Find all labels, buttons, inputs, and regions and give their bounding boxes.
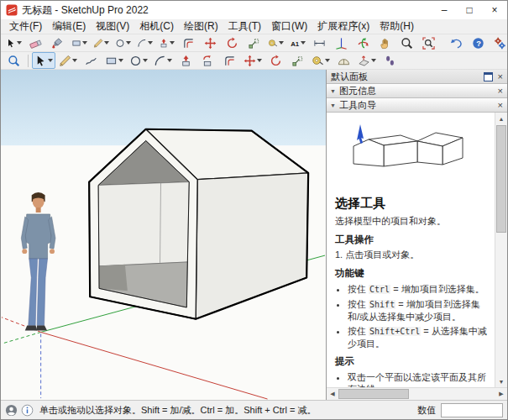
eraser-tool-button[interactable]	[25, 34, 46, 51]
scroll-left-icon[interactable]: ◀	[327, 388, 338, 400]
dropdown-arrow-icon[interactable]	[72, 59, 77, 62]
zoom-tool-button[interactable]	[396, 34, 417, 51]
modifier-item: 按住 Ctrl = 增加项目到选择集。	[348, 283, 490, 296]
dropdown-arrow-icon[interactable]	[301, 41, 306, 45]
scroll-right-icon[interactable]: ▶	[495, 388, 507, 400]
arc-tool-button[interactable]	[151, 52, 175, 69]
panel-close-icon[interactable]: ×	[496, 87, 505, 96]
maximize-button[interactable]: □	[457, 1, 482, 19]
viewport[interactable]	[1, 70, 327, 400]
dropdown-arrow-icon[interactable]	[48, 59, 53, 62]
dimension-tool-button[interactable]	[309, 34, 330, 51]
menu-item-6[interactable]: 窗口(W)	[266, 19, 312, 34]
rotate-icon	[226, 37, 238, 50]
tape-measure-tool-button[interactable]	[309, 52, 333, 69]
dropdown-arrow-icon[interactable]	[148, 41, 153, 45]
dropdown-arrow-icon[interactable]	[325, 59, 330, 62]
panel-close-icon[interactable]: ×	[496, 101, 505, 110]
circle-tool-button[interactable]	[113, 34, 134, 51]
info-icon[interactable]	[21, 404, 34, 417]
offset-tool-button[interactable]	[178, 34, 199, 51]
offset-tool-button[interactable]	[219, 52, 240, 69]
panel-header-instructor[interactable]: ▼ 工具向导 ×	[327, 98, 507, 113]
orbit-tool-button[interactable]	[353, 34, 374, 51]
help-tool-button[interactable]: ?	[468, 34, 489, 51]
dropdown-arrow-icon[interactable]	[279, 41, 284, 45]
offset-icon	[223, 55, 236, 67]
panel-header-entity-info[interactable]: ▼ 图元信息 ×	[327, 84, 507, 98]
dropdown-arrow-icon[interactable]	[104, 41, 109, 45]
rotate-tool-button[interactable]	[222, 34, 243, 51]
walk-tool-button[interactable]	[380, 52, 401, 69]
menu-item-7[interactable]: 扩展程序(x)	[312, 19, 374, 34]
scrollbar-thumb[interactable]	[496, 125, 506, 233]
title-bar[interactable]: 无标题 - SketchUp Pro 2022 – □ ×	[1, 1, 507, 19]
account-icon[interactable]	[5, 404, 18, 417]
move-icon	[244, 55, 256, 67]
dropdown-arrow-icon[interactable]	[118, 59, 123, 62]
scale-tool-button[interactable]	[244, 34, 264, 51]
horizontal-scrollbar[interactable]: ◀ ▶	[327, 387, 507, 400]
zoom-extents-tool-button[interactable]	[418, 34, 439, 51]
text-tool-button[interactable]: A1	[287, 34, 308, 51]
arc-tool-button[interactable]	[134, 34, 155, 51]
protractor-tool-button[interactable]	[333, 52, 354, 69]
zoom-extents-icon	[422, 37, 435, 50]
dropdown-arrow-icon[interactable]	[82, 41, 87, 45]
tip-item: 双击一个平面以选定该平面及其所有边线。	[348, 371, 490, 387]
pan-tool-button[interactable]	[374, 34, 395, 51]
menu-item-3[interactable]: 相机(C)	[134, 19, 179, 34]
select-tool-button[interactable]	[32, 52, 55, 69]
rectangle-tool-button[interactable]	[69, 34, 90, 51]
push-pull-tool-button[interactable]	[175, 52, 196, 69]
menu-item-2[interactable]: 视图(V)	[91, 19, 134, 34]
tray-close-icon[interactable]: ×	[496, 72, 505, 81]
paint-bucket-tool-button[interactable]	[47, 34, 68, 51]
scrollbar-thumb[interactable]	[338, 389, 409, 399]
line-tool-button[interactable]	[91, 34, 112, 51]
dropdown-arrow-icon[interactable]	[17, 41, 22, 45]
menu-item-4[interactable]: 绘图(R)	[179, 19, 223, 34]
menu-item-1[interactable]: 编辑(E)	[47, 19, 91, 34]
minimize-button[interactable]: –	[432, 1, 457, 19]
menu-item-5[interactable]: 工具(T)	[223, 19, 266, 34]
rectangle-tool-button[interactable]	[102, 52, 126, 69]
toolbar-separator	[28, 55, 29, 67]
scale-tool-button[interactable]	[287, 52, 308, 69]
axes-tool-button[interactable]	[331, 34, 352, 51]
circle-tool-button[interactable]	[127, 52, 150, 69]
status-bar: 单击或拖动以选择对象。Shift = 加/减。Ctrl = 加。Shift + …	[1, 400, 507, 419]
section-plane-tool-button[interactable]	[355, 52, 379, 69]
undo-view-icon	[450, 37, 463, 50]
rotate-tool-button[interactable]	[265, 52, 286, 69]
dropdown-arrow-icon[interactable]	[126, 41, 131, 45]
close-button[interactable]: ×	[482, 1, 507, 19]
dropdown-arrow-icon[interactable]	[170, 41, 175, 45]
dropdown-arrow-icon[interactable]	[257, 59, 262, 62]
tray-title-bar[interactable]: 默认面板 ×	[327, 70, 507, 84]
sketchup-window: 无标题 - SketchUp Pro 2022 – □ × 文件(F)编辑(E)…	[0, 0, 508, 420]
search-tool-button[interactable]	[3, 52, 24, 69]
push-pull-tool-button[interactable]	[156, 34, 177, 51]
select-tool-button[interactable]	[3, 34, 24, 51]
dropdown-arrow-icon[interactable]	[371, 59, 376, 62]
menu-item-8[interactable]: 帮助(H)	[374, 19, 419, 34]
menu-item-0[interactable]: 文件(F)	[4, 19, 47, 34]
line-tool-button[interactable]	[56, 52, 80, 69]
undo-view-tool-button[interactable]	[446, 34, 467, 51]
freehand-tool-button[interactable]	[81, 52, 102, 69]
vertical-scrollbar[interactable]: ▲ ▼	[495, 113, 507, 387]
move-tool-button[interactable]	[241, 52, 264, 69]
move-tool-button[interactable]	[200, 34, 221, 51]
extension-warehouse-tool-button[interactable]	[490, 34, 508, 51]
measurement-input[interactable]	[441, 403, 503, 417]
scroll-down-icon[interactable]: ▼	[495, 375, 507, 387]
tape-measure-tool-button[interactable]	[265, 34, 286, 51]
dropdown-arrow-icon[interactable]	[167, 59, 172, 62]
follow-me-tool-button[interactable]	[197, 52, 218, 69]
dropdown-arrow-icon[interactable]	[143, 59, 148, 62]
dock-icon[interactable]	[484, 72, 493, 81]
axes-icon	[335, 37, 348, 50]
scroll-up-icon[interactable]: ▲	[495, 113, 507, 124]
scrollbar-track[interactable]	[409, 388, 495, 400]
